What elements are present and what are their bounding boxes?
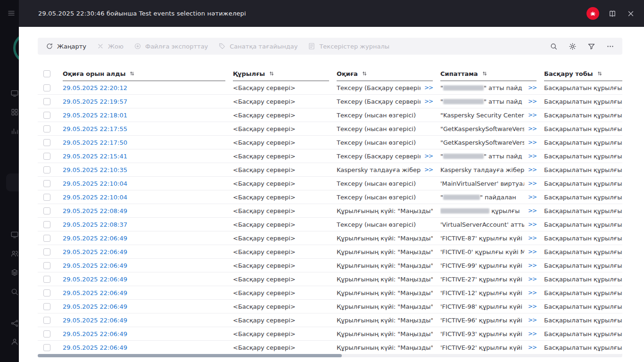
expand-link[interactable]: >> [524, 289, 537, 296]
event-time-link[interactable]: 29.05.2025 22:20:12 [63, 84, 127, 91]
row-checkbox[interactable] [43, 221, 50, 228]
expand-link[interactable]: >> [524, 166, 537, 173]
expand-link[interactable]: >> [421, 98, 433, 105]
select-all-checkbox[interactable] [43, 70, 50, 77]
event-time-link[interactable]: 29.05.2025 22:06:49 [63, 262, 127, 269]
expand-link[interactable]: >> [524, 262, 537, 269]
table-row[interactable]: 29.05.2025 22:10:35<Басқару сервері>Kasp… [38, 163, 622, 177]
search-button[interactable] [544, 38, 563, 55]
row-checkbox[interactable] [43, 262, 50, 269]
column-header-3[interactable]: Сипаттама [440, 66, 544, 81]
table-row[interactable]: 29.05.2025 22:08:49<Басқару сервері>Құры… [38, 204, 622, 218]
expand-link[interactable]: >> [524, 180, 537, 187]
event-time-link[interactable]: 29.05.2025 22:15:41 [63, 153, 127, 160]
event-time-link[interactable]: 29.05.2025 22:06:49 [63, 248, 127, 255]
row-checkbox[interactable] [43, 166, 50, 173]
expand-link[interactable]: >> [524, 221, 537, 228]
row-checkbox[interactable] [43, 84, 50, 91]
expand-link[interactable]: >> [524, 125, 537, 132]
event-time-link[interactable]: 29.05.2025 22:10:04 [63, 194, 127, 201]
scrollbar-thumb[interactable] [38, 354, 342, 357]
table-row[interactable]: 29.05.2025 22:10:04<Басқару сервері>Текс… [38, 177, 622, 190]
row-checkbox[interactable] [43, 303, 50, 310]
row-checkbox[interactable] [43, 235, 50, 242]
row-checkbox[interactable] [43, 330, 50, 337]
event-time-link[interactable]: 29.05.2025 22:06:49 [63, 317, 127, 324]
row-checkbox[interactable] [43, 344, 50, 351]
event-time-link[interactable]: 29.05.2025 22:17:55 [63, 125, 127, 132]
row-checkbox[interactable] [43, 276, 50, 283]
row-checkbox[interactable] [43, 248, 50, 255]
expand-link[interactable]: >> [524, 276, 537, 282]
more-button[interactable] [601, 38, 619, 55]
event-time-link[interactable]: 29.05.2025 22:06:49 [63, 330, 127, 337]
help-button[interactable] [607, 8, 618, 19]
table-row[interactable]: 29.05.2025 22:06:49<Басқару сервері>Құры… [38, 245, 622, 259]
row-checkbox[interactable] [43, 125, 50, 132]
row-checkbox[interactable] [43, 194, 50, 201]
row-checkbox[interactable] [43, 317, 50, 324]
expand-link[interactable]: >> [524, 98, 537, 105]
column-header-4[interactable]: Басқару тобы [544, 66, 622, 81]
event-time-link[interactable]: 29.05.2025 22:18:01 [63, 112, 127, 119]
event-time-link[interactable]: 29.05.2025 22:08:49 [63, 207, 127, 214]
table-row[interactable]: 29.05.2025 22:06:49<Басқару сервері>Құры… [38, 272, 622, 286]
table-row[interactable]: 29.05.2025 22:06:49<Басқару сервері>Құры… [38, 300, 622, 313]
event-time-link[interactable]: 29.05.2025 22:08:37 [63, 221, 127, 228]
column-header-2[interactable]: Оқиға [337, 66, 440, 81]
row-checkbox[interactable] [43, 112, 50, 119]
event-time-link[interactable]: 29.05.2025 22:17:50 [63, 139, 127, 146]
filter-button[interactable] [582, 38, 601, 55]
expand-link[interactable]: >> [524, 330, 537, 337]
expand-link[interactable]: >> [524, 344, 537, 351]
event-time-link[interactable]: 29.05.2025 22:06:49 [63, 289, 127, 296]
row-checkbox[interactable] [43, 289, 50, 296]
column-header-1[interactable]: Құрылғы [233, 66, 337, 81]
expand-link[interactable]: >> [524, 139, 537, 146]
event-time-link[interactable]: 29.05.2025 22:10:35 [63, 166, 127, 173]
event-time-link[interactable]: 29.05.2025 22:06:49 [63, 344, 127, 351]
table-row[interactable]: 29.05.2025 22:18:01<Басқару сервері>Текс… [38, 108, 622, 122]
refresh-button[interactable]: Жаңарту [41, 38, 91, 55]
expand-link[interactable]: >> [524, 112, 537, 118]
table-row[interactable]: 29.05.2025 22:08:37<Басқару сервері>Текс… [38, 218, 622, 231]
table-row[interactable]: 29.05.2025 22:10:04<Басқару сервері>Текс… [38, 190, 622, 204]
table-row[interactable]: 29.05.2025 22:17:50<Басқару сервері>Текс… [38, 136, 622, 149]
row-checkbox[interactable] [43, 139, 50, 146]
expand-link[interactable]: >> [524, 303, 537, 310]
table-row[interactable]: 29.05.2025 22:06:49<Басқару сервері>Құры… [38, 231, 622, 245]
expand-link[interactable]: >> [524, 248, 537, 255]
expand-link[interactable]: >> [524, 207, 537, 214]
table-row[interactable]: 29.05.2025 22:06:49<Басқару сервері>Құры… [38, 327, 622, 341]
table-row[interactable]: 29.05.2025 22:06:49<Басқару сервері>Құры… [38, 341, 622, 354]
table-row[interactable]: 29.05.2025 22:15:41<Басқару сервері>Текс… [38, 149, 622, 163]
expand-link[interactable]: >> [524, 317, 537, 323]
feedback-button[interactable] [586, 7, 599, 20]
table-row[interactable]: 29.05.2025 22:19:57<Басқару сервері>Текс… [38, 95, 622, 108]
event-time-link[interactable]: 29.05.2025 22:19:57 [63, 98, 127, 105]
column-header-0[interactable]: Оқиға орын алды [57, 66, 233, 81]
settings-button[interactable] [563, 38, 582, 55]
expand-link[interactable]: >> [524, 153, 537, 159]
expand-link[interactable]: >> [524, 84, 537, 91]
expand-link[interactable]: >> [421, 153, 433, 159]
table-row[interactable]: 29.05.2025 22:06:49<Басқару сервері>Құры… [38, 286, 622, 300]
expand-link[interactable]: >> [524, 194, 537, 200]
table-row[interactable]: 29.05.2025 22:20:12<Басқару сервері>Текс… [38, 81, 622, 95]
table-row[interactable]: 29.05.2025 22:06:49<Басқару сервері>Құры… [38, 259, 622, 272]
close-button[interactable] [626, 8, 636, 19]
expand-link[interactable]: >> [421, 166, 433, 173]
row-checkbox[interactable] [43, 153, 50, 160]
expand-link[interactable]: >> [421, 84, 433, 91]
row-checkbox[interactable] [43, 180, 50, 187]
row-checkbox[interactable] [43, 98, 50, 105]
expand-link[interactable]: >> [524, 235, 537, 241]
table-row[interactable]: 29.05.2025 22:17:55<Басқару сервері>Текс… [38, 122, 622, 136]
event-time-link[interactable]: 29.05.2025 22:06:49 [63, 235, 127, 242]
row-checkbox[interactable] [43, 207, 50, 214]
event-time-link[interactable]: 29.05.2025 22:06:49 [63, 276, 127, 283]
event-time-link[interactable]: 29.05.2025 22:06:49 [63, 303, 127, 310]
event-time-link[interactable]: 29.05.2025 22:10:04 [63, 180, 127, 187]
horizontal-scrollbar[interactable] [38, 354, 622, 357]
table-row[interactable]: 29.05.2025 22:06:49<Басқару сервері>Құры… [38, 313, 622, 327]
